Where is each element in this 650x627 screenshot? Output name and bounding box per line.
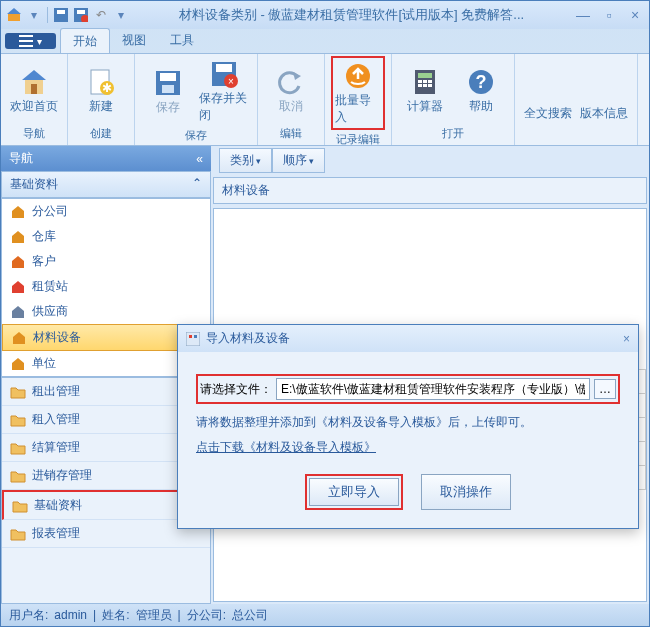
svg-rect-51 <box>194 335 197 338</box>
svg-text:?: ? <box>476 72 487 92</box>
svg-rect-39 <box>12 261 24 268</box>
dialog-icon <box>186 332 200 346</box>
sidebar-item-分公司[interactable]: 分公司 <box>2 199 210 224</box>
category-button[interactable]: 类别▾ <box>219 148 272 173</box>
category-bar: 类别▾ 顺序▾ <box>211 146 649 175</box>
ribbon-欢迎首页[interactable]: 欢迎首页 <box>7 56 61 124</box>
app-menu-button[interactable]: ▾ <box>5 33 56 49</box>
station-icon <box>10 279 26 295</box>
sidebar-item-供应商[interactable]: 供应商 <box>2 299 210 324</box>
svg-rect-41 <box>12 286 24 293</box>
dialog-titlebar: 导入材料及设备 × <box>178 325 638 352</box>
ribbon-帮助[interactable]: ?帮助 <box>454 56 508 124</box>
dialog-title: 导入材料及设备 <box>206 330 290 347</box>
statusbar: 用户名: admin | 姓名: 管理员 | 分公司: 总公司 <box>1 604 649 626</box>
collapse-icon[interactable]: « <box>196 152 203 166</box>
import-icon <box>342 60 374 92</box>
svg-marker-46 <box>13 332 25 337</box>
chevron-up-icon: ⌃ <box>192 176 202 193</box>
svg-rect-32 <box>428 84 432 87</box>
svg-rect-0 <box>8 14 20 21</box>
ribbon: 欢迎首页导航✱新建创建保存×保存并关闭保存取消编辑批量导入记录编辑计算器?帮助打… <box>1 53 649 145</box>
maximize-button[interactable]: ▫ <box>599 7 619 23</box>
chevron-down-icon[interactable]: ▾ <box>112 6 130 24</box>
svg-rect-7 <box>19 35 33 37</box>
file-label: 请选择文件： <box>200 381 272 398</box>
sidebar-item-租赁站[interactable]: 租赁站 <box>2 274 210 299</box>
cancel-import-button[interactable]: 取消操作 <box>421 474 511 510</box>
info-icon <box>588 73 620 105</box>
new-icon: ✱ <box>85 66 117 98</box>
ribbon-tabs: 开始 视图 工具 <box>60 28 206 54</box>
close-button[interactable]: × <box>625 7 645 23</box>
ribbon-新建[interactable]: ✱新建 <box>74 56 128 124</box>
file-row: 请选择文件： … <box>196 374 620 404</box>
tab-start[interactable]: 开始 <box>60 28 110 54</box>
unit-icon <box>10 356 26 372</box>
svg-rect-28 <box>423 80 427 83</box>
svg-rect-26 <box>418 73 432 78</box>
cancel-icon[interactable]: ↶ <box>92 6 110 24</box>
svg-rect-43 <box>12 311 24 318</box>
svg-rect-29 <box>428 80 432 83</box>
menubar: ▾ 开始 视图 工具 <box>1 29 649 53</box>
tab-view[interactable]: 视图 <box>110 28 158 54</box>
order-button[interactable]: 顺序▾ <box>272 148 325 173</box>
ribbon-版本信息[interactable]: 版本信息 <box>577 56 631 139</box>
ribbon-计算器[interactable]: 计算器 <box>398 56 452 124</box>
svg-marker-44 <box>12 306 24 311</box>
ribbon-全文搜索[interactable]: 全文搜索 <box>521 56 575 139</box>
save-close-icon[interactable] <box>72 6 90 24</box>
folder-icon <box>10 413 26 427</box>
panel-label: 基础资料 <box>10 176 58 193</box>
save-icon[interactable] <box>52 6 70 24</box>
content-header: 材料设备 <box>213 177 647 204</box>
folder-icon <box>10 385 26 399</box>
browse-button[interactable]: … <box>594 379 616 399</box>
svg-rect-37 <box>12 236 24 243</box>
svg-marker-36 <box>12 206 24 211</box>
supplier-icon <box>10 304 26 320</box>
material-icon <box>11 330 27 346</box>
ribbon-取消[interactable]: 取消 <box>264 56 318 124</box>
chevron-down-icon[interactable]: ▾ <box>25 6 43 24</box>
home-icon[interactable] <box>5 6 23 24</box>
titlebar: ▾ ↶ ▾ 材料设备类别 - 傲蓝建材租赁管理软件[试用版本] 免费解答... … <box>1 1 649 29</box>
dialog-hint: 请将数据整理并添加到《材料及设备导入模板》后，上传即可。 <box>196 414 620 431</box>
nav-header: 导航 « <box>1 146 211 171</box>
svg-marker-1 <box>7 8 21 14</box>
tab-tools[interactable]: 工具 <box>158 28 206 54</box>
ribbon-批量导入[interactable]: 批量导入 <box>331 56 385 130</box>
save-icon <box>152 67 184 99</box>
svg-rect-3 <box>57 10 65 14</box>
app-window: ▾ ↶ ▾ 材料设备类别 - 傲蓝建材租赁管理软件[试用版本] 免费解答... … <box>0 0 650 627</box>
cancel-icon <box>275 66 307 98</box>
svg-rect-30 <box>418 84 422 87</box>
customer-icon <box>10 254 26 270</box>
svg-marker-38 <box>12 231 24 236</box>
ribbon-保存[interactable]: 保存 <box>141 56 195 126</box>
basic-data-header[interactable]: 基础资料 ⌃ <box>1 171 211 198</box>
sidebar-item-客户[interactable]: 客户 <box>2 249 210 274</box>
dialog-close-button[interactable]: × <box>623 332 630 346</box>
svg-rect-8 <box>19 40 33 42</box>
import-dialog: 导入材料及设备 × 请选择文件： … 请将数据整理并添加到《材料及设备导入模板》… <box>177 324 639 529</box>
quick-access-toolbar: ▾ ↶ ▾ <box>5 6 130 24</box>
folder-icon <box>10 469 26 483</box>
svg-rect-27 <box>418 80 422 83</box>
svg-text:×: × <box>228 76 234 87</box>
template-download-link[interactable]: 点击下载《材料及设备导入模板》 <box>196 440 376 454</box>
svg-rect-49 <box>186 332 200 346</box>
svg-rect-5 <box>77 10 85 14</box>
svg-rect-17 <box>160 73 176 81</box>
minimize-button[interactable]: — <box>573 7 593 23</box>
folder-icon <box>12 499 28 513</box>
building-icon <box>10 204 26 220</box>
import-now-button[interactable]: 立即导入 <box>309 478 399 506</box>
file-input[interactable] <box>276 378 590 400</box>
sidebar-item-仓库[interactable]: 仓库 <box>2 224 210 249</box>
folder-icon <box>10 527 26 541</box>
svg-rect-50 <box>189 335 192 338</box>
svg-rect-20 <box>216 64 232 72</box>
ribbon-保存并关闭[interactable]: ×保存并关闭 <box>197 56 251 126</box>
